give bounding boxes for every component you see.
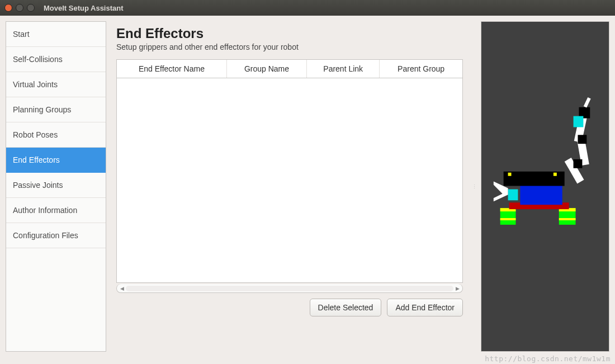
svg-rect-17 [578, 135, 586, 144]
sidebar-item-robot-poses[interactable]: Robot Poses [6, 122, 106, 148]
splitter-handle[interactable]: ⋮ [473, 21, 475, 352]
delete-selected-button[interactable]: Delete Selected [310, 299, 382, 316]
close-icon[interactable] [4, 4, 12, 12]
scroll-track[interactable] [126, 286, 453, 291]
end-effector-table[interactable]: End Effector Name Group Name Parent Link… [116, 59, 463, 283]
title-bar[interactable]: MoveIt Setup Assistant [0, 0, 615, 16]
page-subtitle: Setup grippers and other end effectors f… [116, 42, 463, 51]
col-header-group[interactable]: Group Name [226, 60, 306, 78]
horizontal-scrollbar[interactable]: ◀ ▶ [116, 284, 463, 293]
col-header-parent-group[interactable]: Parent Group [380, 60, 462, 78]
svg-rect-2 [500, 218, 516, 220]
window-title: MoveIt Setup Assistant [44, 4, 124, 12]
sidebar-item-label: Passive Joints [13, 181, 63, 190]
add-end-effector-button[interactable]: Add End Effector [387, 299, 463, 316]
robot-preview-3d[interactable] [481, 21, 609, 352]
col-header-name[interactable]: End Effector Name [117, 60, 226, 78]
sidebar-item-end-effectors[interactable]: End Effectors [6, 148, 106, 173]
sidebar-item-label: Self-Collisions [13, 55, 63, 64]
sidebar-item-self-collisions[interactable]: Self-Collisions [6, 47, 106, 72]
sidebar-item-configuration-files[interactable]: Configuration Files [6, 223, 106, 248]
scroll-left-icon[interactable]: ◀ [118, 286, 126, 291]
sidebar-item-label: Robot Poses [13, 130, 58, 139]
scroll-right-icon[interactable]: ▶ [453, 286, 461, 291]
sidebar-item-label: Virtual Joints [13, 80, 58, 89]
button-row: Delete Selected Add End Effector [116, 299, 463, 316]
page-title: End Effectors [116, 26, 463, 41]
robot-render-icon [481, 22, 609, 351]
svg-rect-16 [574, 159, 583, 168]
main-panel: End Effectors Setup grippers and other e… [112, 21, 467, 352]
col-header-parent-link[interactable]: Parent Link [307, 60, 380, 78]
sidebar-item-virtual-joints[interactable]: Virtual Joints [6, 72, 106, 97]
app-window: MoveIt Setup Assistant Start Self-Collis… [0, 0, 615, 364]
sidebar-item-label: End Effectors [13, 155, 60, 164]
minimize-icon[interactable] [16, 4, 23, 12]
sidebar-item-label: Configuration Files [13, 231, 78, 240]
svg-rect-5 [559, 218, 576, 220]
watermark-text: http://blog.csdn.net/mw1w1m [485, 354, 611, 363]
svg-rect-20 [584, 97, 591, 108]
sidebar-item-planning-groups[interactable]: Planning Groups [6, 97, 106, 122]
sidebar-item-label: Author Information [13, 206, 77, 215]
svg-rect-10 [554, 173, 557, 176]
nav-sidebar: Start Self-Collisions Virtual Joints Pla… [6, 21, 106, 352]
client-area: Start Self-Collisions Virtual Joints Pla… [0, 16, 615, 364]
sidebar-item-label: Planning Groups [13, 105, 71, 114]
sidebar-item-start[interactable]: Start [6, 22, 106, 47]
sidebar-item-author-information[interactable]: Author Information [6, 198, 106, 223]
svg-rect-7 [520, 184, 562, 205]
sidebar-item-label: Start [13, 30, 30, 39]
sidebar-item-passive-joints[interactable]: Passive Joints [6, 173, 106, 198]
maximize-icon[interactable] [27, 4, 35, 12]
svg-rect-19 [574, 116, 584, 127]
svg-rect-9 [508, 173, 512, 176]
svg-rect-11 [508, 189, 518, 200]
